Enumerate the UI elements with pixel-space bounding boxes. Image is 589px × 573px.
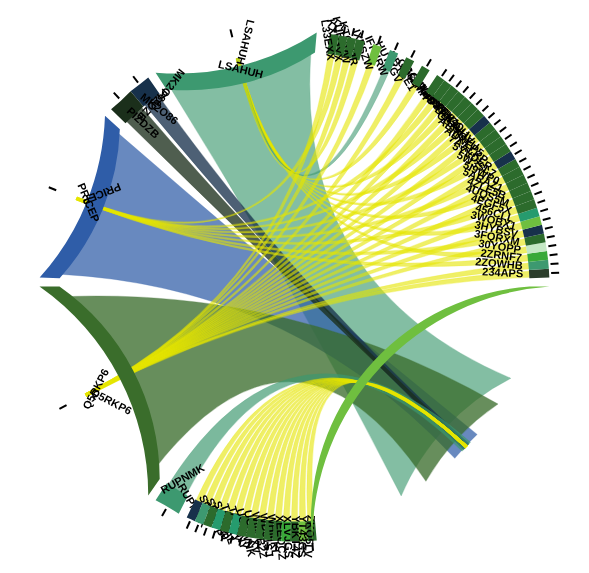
tick-5I9WP0: [523, 166, 530, 170]
tick-3HYBSV: [545, 227, 553, 229]
tick-5W3SL7: [519, 158, 526, 162]
tick-CBXHJV: [494, 120, 500, 125]
tick-WHMKL: [267, 542, 268, 550]
tick-AEMOFU: [500, 127, 506, 132]
tick-456CLL: [540, 209, 548, 211]
tick-4ZLE5B: [531, 183, 538, 186]
tick-2ZRNF7: [550, 254, 558, 255]
tick-MK2O86: [133, 76, 138, 82]
label-LSAHUH: LSAHUH: [234, 19, 257, 66]
tick-LSAHUH: [230, 29, 232, 37]
tick-WD81SJ: [258, 541, 259, 549]
tick-3FQRXM: [547, 236, 555, 238]
tick-RUPNMK: [162, 509, 166, 516]
tick-30YOPP: [548, 245, 556, 246]
tick-GOYAB3: [449, 75, 454, 81]
tick-3WOBX1: [543, 218, 551, 220]
tick-L33EXX: [335, 25, 336, 33]
tick-GNYFCJ: [456, 81, 461, 87]
tick-7AALKP: [510, 142, 517, 146]
tick-Q5RKP6: [59, 405, 66, 409]
tick-SODD49: [195, 525, 198, 532]
tick-5YVDER: [515, 150, 522, 154]
tick-EWIEH4: [476, 99, 482, 105]
tick-ADNEP5: [505, 135, 512, 140]
tick-GMJEYT: [463, 87, 468, 93]
tick-PIZDZB: [114, 93, 119, 99]
tick-HBYEE1: [427, 59, 431, 66]
tick-SUYCAL: [204, 528, 207, 536]
tick-PRICEP: [49, 187, 56, 190]
tick-4UQS5M: [534, 192, 541, 195]
chord-diagram: 234APS2ZQWHB2ZRNF730YOPP3FQRXM3HYBSV3WOB…: [0, 0, 589, 573]
tick-DLYJLU: [488, 113, 494, 118]
tick-WMLB2Z: [248, 540, 249, 548]
tick-4EGF5X: [537, 200, 545, 203]
tick-FUDWVK: [470, 93, 475, 99]
tick-GQ6ZMH: [442, 69, 447, 76]
tick-2ZQWHB: [551, 263, 559, 264]
tick-DS3UGQ: [482, 106, 488, 111]
tick-5ARAZ1: [527, 175, 534, 178]
tick-SCNN7P: [187, 521, 190, 528]
tick-HUTZGV: [411, 50, 415, 57]
arc-234APS[interactable]: [529, 269, 549, 279]
